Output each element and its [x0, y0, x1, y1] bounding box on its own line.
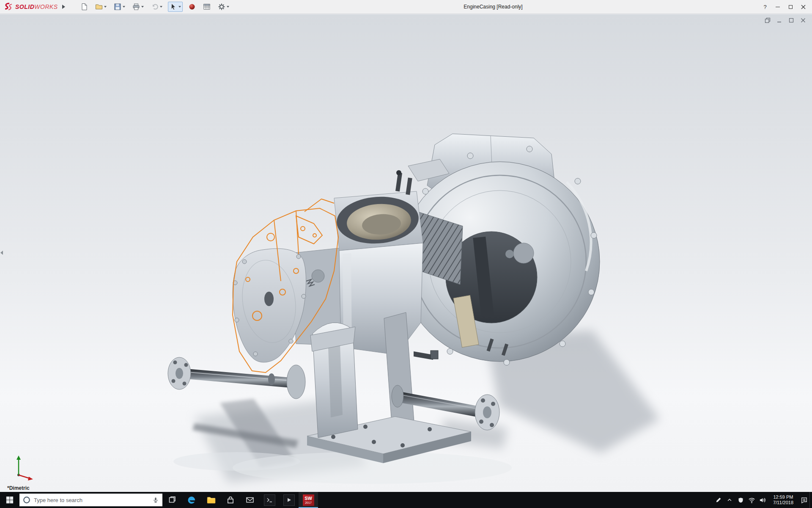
- windows-taskbar: SW 2017: [0, 492, 812, 508]
- appearance-button[interactable]: [187, 2, 198, 12]
- quick-access-toolbar: [79, 2, 231, 12]
- cortana-icon: [23, 496, 30, 504]
- cascade-icon: [765, 17, 771, 23]
- store-button[interactable]: [221, 492, 240, 508]
- engine-casing-model[interactable]: [0, 0, 812, 508]
- pen-icon: [715, 497, 722, 503]
- window-controls: ?: [759, 1, 812, 12]
- command-prompt-button[interactable]: [260, 492, 279, 508]
- new-document-button[interactable]: [79, 2, 90, 12]
- solidworks-badge-text: SW: [304, 496, 312, 501]
- new-document-icon: [80, 3, 88, 11]
- save-button[interactable]: [112, 2, 127, 12]
- network-icon: [748, 497, 755, 504]
- volume-icon: [759, 497, 766, 504]
- file-explorer-icon: [206, 495, 216, 505]
- app-title-bar: SOLIDWORKS: [0, 0, 812, 14]
- solidworks-app-icon: SW 2017: [303, 494, 314, 506]
- film-tv-button[interactable]: [279, 492, 299, 508]
- doc-minimize-button[interactable]: [776, 17, 783, 24]
- store-icon: [226, 496, 235, 504]
- minimize-icon: [776, 7, 780, 7]
- security-tray-button[interactable]: [735, 492, 746, 508]
- doc-minimize-icon: [776, 17, 782, 23]
- save-caret-icon[interactable]: [123, 6, 125, 8]
- network-tray-button[interactable]: [746, 492, 757, 508]
- restore-button[interactable]: [784, 1, 797, 12]
- undo-button[interactable]: [149, 2, 164, 12]
- help-button[interactable]: ?: [759, 1, 771, 12]
- print-caret-icon[interactable]: [141, 6, 144, 8]
- appearance-sphere-icon: [188, 3, 196, 11]
- command-prompt-icon: [264, 494, 275, 506]
- task-view-button[interactable]: [162, 492, 182, 508]
- system-tray: 12:59 PM 7/11/2018: [713, 492, 812, 508]
- save-icon: [114, 3, 121, 11]
- orientation-triad[interactable]: [16, 456, 33, 480]
- solidworks-logo-icon: [3, 3, 14, 11]
- doc-cascade-button[interactable]: [764, 17, 771, 24]
- open-folder-icon: [95, 3, 103, 11]
- solidworks-badge-year: 2017: [305, 501, 312, 504]
- print-button[interactable]: [131, 2, 145, 12]
- taskbar-search[interactable]: [19, 494, 162, 506]
- edge-icon: [187, 495, 196, 505]
- logo-text-solid: SOLID: [15, 3, 34, 10]
- select-cursor-icon: [170, 3, 177, 11]
- options-caret-icon[interactable]: [227, 6, 229, 8]
- solidworks-logo: SOLIDWORKS: [0, 3, 60, 11]
- open-caret-icon[interactable]: [104, 6, 107, 8]
- action-center-icon: [801, 497, 808, 504]
- close-icon: [801, 5, 806, 9]
- chevron-up-icon: [727, 497, 732, 503]
- options-gear-icon: [218, 3, 225, 11]
- volume-tray-button[interactable]: [757, 492, 768, 508]
- doc-restore-button[interactable]: [787, 17, 795, 24]
- doc-close-icon: [800, 17, 806, 23]
- design-table-icon: [203, 3, 211, 11]
- options-button[interactable]: [216, 2, 231, 12]
- show-desktop-button[interactable]: [809, 492, 812, 508]
- menu-flyout-arrow-icon[interactable]: [62, 5, 65, 9]
- chevron-left-icon: [0, 251, 3, 255]
- doc-close-button[interactable]: [799, 17, 807, 24]
- file-explorer-button[interactable]: [201, 492, 221, 508]
- task-view-icon: [168, 496, 176, 504]
- design-table-button[interactable]: [201, 2, 212, 12]
- minimize-button[interactable]: [771, 1, 784, 12]
- undo-icon: [151, 3, 159, 11]
- search-input[interactable]: [34, 497, 149, 503]
- start-button[interactable]: [0, 492, 19, 508]
- clock-date: 7/11/2018: [770, 500, 797, 505]
- logo-text: SOLIDWORKS: [15, 3, 58, 10]
- microphone-icon[interactable]: [152, 497, 159, 504]
- taskbar-clock[interactable]: 12:59 PM 7/11/2018: [770, 494, 797, 505]
- solidworks-taskbar-button[interactable]: SW 2017: [299, 492, 318, 508]
- view-orientation-label: *Dimetric: [7, 485, 30, 491]
- select-caret-icon[interactable]: [178, 6, 181, 8]
- pen-workspace-button[interactable]: [713, 492, 724, 508]
- edge-browser-button[interactable]: [182, 492, 201, 508]
- doc-restore-icon: [788, 17, 794, 23]
- undo-caret-icon[interactable]: [160, 6, 162, 8]
- featuremanager-collapse-button[interactable]: [0, 250, 4, 256]
- clock-time: 12:59 PM: [770, 494, 797, 500]
- mail-icon: [246, 496, 254, 504]
- select-tool-button[interactable]: [168, 2, 183, 12]
- tray-overflow-button[interactable]: [724, 492, 735, 508]
- defender-shield-icon: [738, 497, 744, 503]
- film-tv-icon: [283, 494, 295, 506]
- close-button[interactable]: [797, 1, 809, 12]
- logo-text-works: WORKS: [34, 3, 58, 10]
- document-title: EngineCasing [Read-only]: [464, 4, 522, 10]
- side-cover-plate[interactable]: [233, 248, 306, 362]
- action-center-button[interactable]: [798, 492, 809, 508]
- windows-logo-icon: [6, 496, 14, 504]
- left-axle[interactable]: [168, 357, 305, 399]
- print-icon: [132, 3, 140, 11]
- restore-icon: [789, 5, 793, 9]
- mail-button[interactable]: [240, 492, 260, 508]
- open-button[interactable]: [93, 2, 108, 12]
- document-window-controls: [764, 17, 807, 24]
